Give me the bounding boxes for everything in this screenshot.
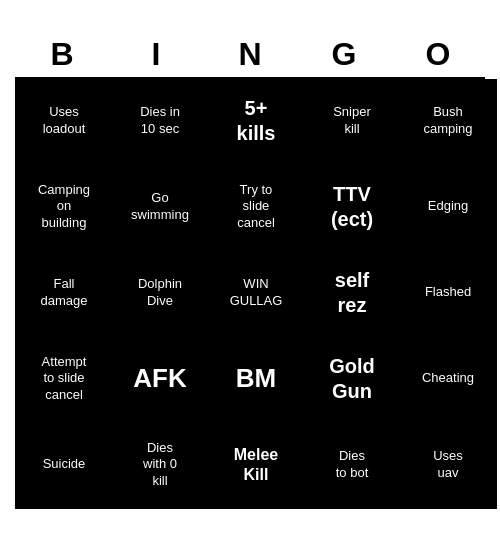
bingo-cell-19: Cheating <box>401 337 497 423</box>
letter-b: B <box>18 36 106 73</box>
bingo-grid: Uses loadoutDies in 10 sec5+ killsSniper… <box>15 77 485 509</box>
bingo-cell-24: Uses uav <box>401 423 497 509</box>
bingo-cell-0: Uses loadout <box>17 79 113 165</box>
bingo-cell-23: Dies to bot <box>305 423 401 509</box>
bingo-cell-20: Suicide <box>17 423 113 509</box>
bingo-cell-2: 5+ kills <box>209 79 305 165</box>
bingo-cell-15: Attempt to slide cancel <box>17 337 113 423</box>
bingo-title: B I N G O <box>15 36 485 73</box>
letter-o: O <box>394 36 482 73</box>
bingo-cell-9: Edging <box>401 165 497 251</box>
bingo-cell-6: Go swimming <box>113 165 209 251</box>
letter-i: I <box>112 36 200 73</box>
bingo-cell-12: WIN GULLAG <box>209 251 305 337</box>
bingo-card: B I N G O Uses loadoutDies in 10 sec5+ k… <box>5 26 495 519</box>
bingo-cell-18: Gold Gun <box>305 337 401 423</box>
bingo-cell-11: Dolphin Dive <box>113 251 209 337</box>
bingo-cell-14: Flashed <box>401 251 497 337</box>
bingo-cell-13: self rez <box>305 251 401 337</box>
bingo-cell-16: AFK <box>113 337 209 423</box>
bingo-cell-17: BM <box>209 337 305 423</box>
bingo-cell-3: Sniper kill <box>305 79 401 165</box>
letter-g: G <box>300 36 388 73</box>
bingo-cell-7: Try to slide cancel <box>209 165 305 251</box>
bingo-cell-10: Fall damage <box>17 251 113 337</box>
bingo-cell-22: Melee Kill <box>209 423 305 509</box>
bingo-cell-1: Dies in 10 sec <box>113 79 209 165</box>
bingo-cell-21: Dies with 0 kill <box>113 423 209 509</box>
bingo-cell-4: Bush camping <box>401 79 497 165</box>
bingo-cell-8: TTV (ect) <box>305 165 401 251</box>
bingo-cell-5: Camping on building <box>17 165 113 251</box>
letter-n: N <box>206 36 294 73</box>
